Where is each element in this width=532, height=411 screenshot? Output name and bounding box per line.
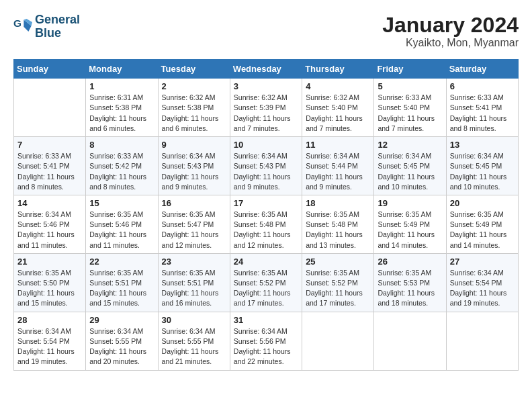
calendar-cell: 30Sunrise: 6:34 AMSunset: 5:55 PMDayligh… [158, 312, 230, 370]
day-info: Sunrise: 6:35 AMSunset: 5:51 PMDaylight:… [162, 268, 226, 309]
day-number: 16 [162, 198, 226, 208]
week-row-5: 28Sunrise: 6:34 AMSunset: 5:54 PMDayligh… [14, 312, 519, 370]
day-number: 27 [450, 257, 515, 267]
day-info: Sunrise: 6:34 AMSunset: 5:45 PMDaylight:… [378, 151, 442, 192]
calendar-cell: 31Sunrise: 6:34 AMSunset: 5:56 PMDayligh… [230, 312, 302, 370]
calendar-cell: 24Sunrise: 6:35 AMSunset: 5:52 PMDayligh… [230, 253, 302, 312]
day-number: 20 [450, 198, 515, 208]
day-info: Sunrise: 6:32 AMSunset: 5:39 PMDaylight:… [234, 93, 298, 134]
title-area: January 2024 Kyaikto, Mon, Myanmar [382, 13, 519, 49]
calendar-cell: 19Sunrise: 6:35 AMSunset: 5:49 PMDayligh… [374, 195, 446, 253]
day-number: 19 [378, 198, 442, 208]
calendar-cell: 18Sunrise: 6:35 AMSunset: 5:48 PMDayligh… [302, 195, 374, 253]
day-info: Sunrise: 6:35 AMSunset: 5:48 PMDaylight:… [306, 210, 370, 250]
day-info: Sunrise: 6:34 AMSunset: 5:55 PMDaylight:… [162, 326, 226, 367]
calendar-header: SundayMondayTuesdayWednesdayThursdayFrid… [14, 60, 519, 79]
day-info: Sunrise: 6:32 AMSunset: 5:38 PMDaylight:… [162, 93, 226, 134]
day-number: 9 [162, 140, 226, 150]
calendar-cell: 15Sunrise: 6:35 AMSunset: 5:46 PMDayligh… [86, 195, 158, 253]
day-info: Sunrise: 6:34 AMSunset: 5:54 PMDaylight:… [450, 268, 515, 309]
day-info: Sunrise: 6:35 AMSunset: 5:52 PMDaylight:… [306, 268, 370, 309]
day-info: Sunrise: 6:35 AMSunset: 5:49 PMDaylight:… [378, 210, 442, 250]
header-wednesday: Wednesday [230, 60, 302, 79]
calendar-cell: 28Sunrise: 6:34 AMSunset: 5:54 PMDayligh… [14, 312, 86, 370]
day-info: Sunrise: 6:35 AMSunset: 5:52 PMDaylight:… [234, 268, 298, 309]
day-info: Sunrise: 6:34 AMSunset: 5:54 PMDaylight:… [17, 326, 82, 367]
logo-text: General Blue [35, 13, 80, 40]
day-number: 30 [162, 315, 226, 325]
day-number: 17 [234, 198, 298, 208]
calendar-cell: 20Sunrise: 6:35 AMSunset: 5:49 PMDayligh… [446, 195, 518, 253]
week-row-1: 1Sunrise: 6:31 AMSunset: 5:38 PMDaylight… [14, 79, 519, 137]
day-number: 23 [162, 257, 226, 267]
day-number: 14 [17, 198, 82, 208]
day-number: 6 [450, 81, 515, 91]
day-info: Sunrise: 6:35 AMSunset: 5:47 PMDaylight:… [162, 210, 226, 250]
week-row-4: 21Sunrise: 6:35 AMSunset: 5:50 PMDayligh… [14, 253, 519, 312]
page-header: G General Blue January 2024 Kyaikto, Mon… [13, 13, 519, 49]
day-number: 3 [234, 81, 298, 91]
header-tuesday: Tuesday [158, 60, 230, 79]
calendar-cell: 3Sunrise: 6:32 AMSunset: 5:39 PMDaylight… [230, 79, 302, 137]
day-info: Sunrise: 6:31 AMSunset: 5:38 PMDaylight:… [89, 93, 154, 134]
day-number: 13 [450, 140, 515, 150]
calendar-cell: 29Sunrise: 6:34 AMSunset: 5:55 PMDayligh… [86, 312, 158, 370]
calendar-cell: 27Sunrise: 6:34 AMSunset: 5:54 PMDayligh… [446, 253, 518, 312]
week-row-3: 14Sunrise: 6:34 AMSunset: 5:46 PMDayligh… [14, 195, 519, 253]
calendar-cell: 10Sunrise: 6:34 AMSunset: 5:43 PMDayligh… [230, 137, 302, 195]
calendar-cell: 14Sunrise: 6:34 AMSunset: 5:46 PMDayligh… [14, 195, 86, 253]
day-number: 21 [17, 257, 82, 267]
logo: G General Blue [13, 13, 80, 40]
day-number: 25 [306, 257, 370, 267]
calendar-cell: 9Sunrise: 6:34 AMSunset: 5:43 PMDaylight… [158, 137, 230, 195]
svg-text:G: G [13, 17, 21, 29]
day-info: Sunrise: 6:34 AMSunset: 5:55 PMDaylight:… [89, 326, 154, 367]
header-thursday: Thursday [302, 60, 374, 79]
day-number: 11 [306, 140, 370, 150]
day-number: 26 [378, 257, 442, 267]
day-info: Sunrise: 6:34 AMSunset: 5:43 PMDaylight:… [162, 151, 226, 192]
day-info: Sunrise: 6:35 AMSunset: 5:48 PMDaylight:… [234, 210, 298, 250]
day-number: 4 [306, 81, 370, 91]
calendar-cell: 26Sunrise: 6:35 AMSunset: 5:53 PMDayligh… [374, 253, 446, 312]
calendar-cell: 17Sunrise: 6:35 AMSunset: 5:48 PMDayligh… [230, 195, 302, 253]
day-number: 10 [234, 140, 298, 150]
day-number: 18 [306, 198, 370, 208]
day-info: Sunrise: 6:35 AMSunset: 5:46 PMDaylight:… [89, 210, 154, 250]
header-row: SundayMondayTuesdayWednesdayThursdayFrid… [14, 60, 519, 79]
calendar-cell [302, 312, 374, 370]
calendar-cell: 21Sunrise: 6:35 AMSunset: 5:50 PMDayligh… [14, 253, 86, 312]
header-sunday: Sunday [14, 60, 86, 79]
day-number: 31 [234, 315, 298, 325]
day-info: Sunrise: 6:33 AMSunset: 5:40 PMDaylight:… [378, 93, 442, 134]
day-info: Sunrise: 6:35 AMSunset: 5:50 PMDaylight:… [17, 268, 82, 309]
day-info: Sunrise: 6:34 AMSunset: 5:43 PMDaylight:… [234, 151, 298, 192]
day-info: Sunrise: 6:33 AMSunset: 5:41 PMDaylight:… [17, 151, 82, 192]
day-info: Sunrise: 6:32 AMSunset: 5:40 PMDaylight:… [306, 93, 370, 134]
day-number: 29 [89, 315, 154, 325]
calendar-cell: 23Sunrise: 6:35 AMSunset: 5:51 PMDayligh… [158, 253, 230, 312]
logo-icon: G [13, 17, 32, 36]
day-number: 1 [89, 81, 154, 91]
calendar-table: SundayMondayTuesdayWednesdayThursdayFrid… [13, 59, 519, 370]
day-number: 12 [378, 140, 442, 150]
calendar-cell: 4Sunrise: 6:32 AMSunset: 5:40 PMDaylight… [302, 79, 374, 137]
calendar-cell: 2Sunrise: 6:32 AMSunset: 5:38 PMDaylight… [158, 79, 230, 137]
day-info: Sunrise: 6:33 AMSunset: 5:42 PMDaylight:… [89, 151, 154, 192]
header-monday: Monday [86, 60, 158, 79]
day-number: 5 [378, 81, 442, 91]
day-info: Sunrise: 6:34 AMSunset: 5:45 PMDaylight:… [450, 151, 515, 192]
calendar-cell: 1Sunrise: 6:31 AMSunset: 5:38 PMDaylight… [86, 79, 158, 137]
calendar-cell: 22Sunrise: 6:35 AMSunset: 5:51 PMDayligh… [86, 253, 158, 312]
day-number: 7 [17, 140, 82, 150]
location-title: Kyaikto, Mon, Myanmar [382, 37, 519, 49]
day-number: 24 [234, 257, 298, 267]
calendar-cell: 16Sunrise: 6:35 AMSunset: 5:47 PMDayligh… [158, 195, 230, 253]
day-number: 2 [162, 81, 226, 91]
header-friday: Friday [374, 60, 446, 79]
calendar-cell: 5Sunrise: 6:33 AMSunset: 5:40 PMDaylight… [374, 79, 446, 137]
day-number: 8 [89, 140, 154, 150]
week-row-2: 7Sunrise: 6:33 AMSunset: 5:41 PMDaylight… [14, 137, 519, 195]
calendar-cell: 12Sunrise: 6:34 AMSunset: 5:45 PMDayligh… [374, 137, 446, 195]
day-number: 28 [17, 315, 82, 325]
